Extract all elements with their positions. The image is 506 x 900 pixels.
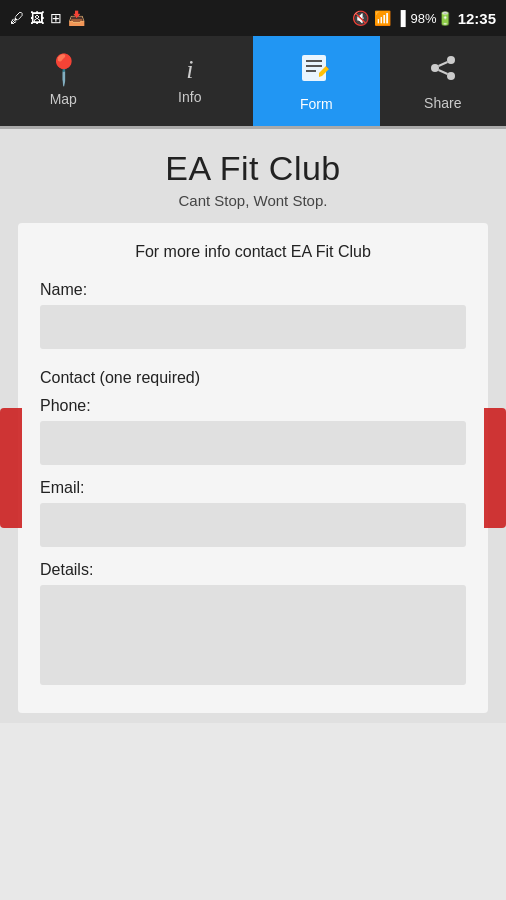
svg-point-5 xyxy=(431,64,439,72)
map-icon: 📍 xyxy=(45,55,82,85)
form-description: For more info contact EA Fit Club xyxy=(40,243,466,261)
contact-section-label: Contact (one required) xyxy=(40,369,466,387)
nav-item-map[interactable]: 📍 Map xyxy=(0,36,127,126)
svg-point-6 xyxy=(447,72,455,80)
share-icon xyxy=(427,52,459,89)
wifi-icon: 📶 xyxy=(374,10,391,26)
nav-item-share[interactable]: Share xyxy=(380,36,507,126)
name-input[interactable] xyxy=(40,305,466,349)
email-input[interactable] xyxy=(40,503,466,547)
svg-line-8 xyxy=(438,70,447,74)
page-subtitle: Cant Stop, Wont Stop. xyxy=(179,192,328,209)
svg-line-7 xyxy=(438,62,447,66)
details-label: Details: xyxy=(40,561,466,579)
main-content: EA Fit Club Cant Stop, Wont Stop. For mo… xyxy=(0,129,506,723)
svg-point-4 xyxy=(447,56,455,64)
inbox-icon: 📥 xyxy=(68,10,85,26)
nav-bar: 📍 Map i Info Form xyxy=(0,36,506,126)
nav-item-info[interactable]: i Info xyxy=(127,36,254,126)
nav-label-map: Map xyxy=(50,91,77,107)
phone-label: Phone: xyxy=(40,397,466,415)
nav-label-form: Form xyxy=(300,96,333,112)
red-blob-right xyxy=(484,408,506,528)
status-icons-left: 🖋 🖼 ⊞ 📥 xyxy=(10,10,85,26)
nav-label-info: Info xyxy=(178,89,201,105)
nav-item-form[interactable]: Form xyxy=(253,36,380,126)
battery-icon: 98%🔋 xyxy=(411,11,453,26)
email-label: Email: xyxy=(40,479,466,497)
page-title: EA Fit Club xyxy=(165,149,341,188)
grid-icon: ⊞ xyxy=(50,10,62,26)
time-display: 12:35 xyxy=(458,10,496,27)
mute-icon: 🔇 xyxy=(352,10,369,26)
signal-icon: ▐ xyxy=(396,10,406,26)
info-icon: i xyxy=(186,57,193,83)
name-label: Name: xyxy=(40,281,466,299)
form-icon xyxy=(299,51,333,90)
status-bar: 🖋 🖼 ⊞ 📥 🔇 📶 ▐ 98%🔋 12:35 xyxy=(0,0,506,36)
details-input[interactable] xyxy=(40,585,466,685)
form-card: For more info contact EA Fit Club Name: … xyxy=(18,223,488,713)
image-icon: 🖼 xyxy=(30,10,44,26)
red-blob-left xyxy=(0,408,22,528)
svg-rect-0 xyxy=(302,55,326,81)
status-info-right: 🔇 📶 ▐ 98%🔋 12:35 xyxy=(352,10,496,27)
nav-label-share: Share xyxy=(424,95,461,111)
phone-input[interactable] xyxy=(40,421,466,465)
notification-icon: 🖋 xyxy=(10,10,24,26)
